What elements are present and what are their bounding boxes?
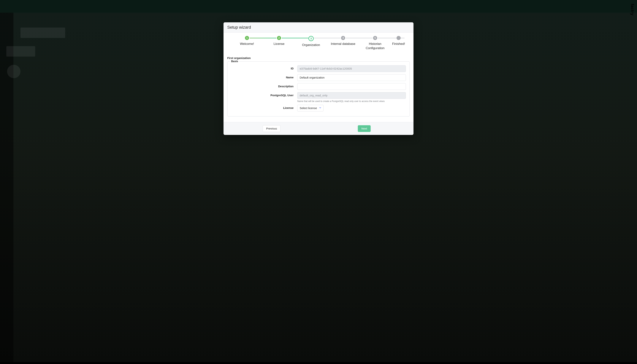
description-field[interactable] (297, 83, 406, 90)
wizard-stepper: 1 Welcome! 2 License 3 Organization 4 In… (223, 32, 414, 52)
step-label: Historian Configuration (366, 42, 385, 50)
modal-footer: Previous Next (223, 122, 414, 135)
row-license: License Select license (231, 105, 406, 112)
step-label: Finished! (392, 42, 405, 46)
top-header: factry (0, 0, 637, 13)
step-label: License (274, 42, 285, 46)
name-field[interactable] (297, 74, 406, 81)
next-button[interactable]: Next (358, 125, 371, 132)
skeleton-avatar (7, 65, 21, 78)
step-number: 4 (341, 36, 345, 40)
fieldset-legend: Basis (230, 60, 239, 63)
id-field (297, 65, 406, 72)
step-number (397, 36, 401, 40)
step-internal-database: 4 Internal database (327, 36, 359, 46)
step-connector (314, 38, 341, 38)
step-number: 3 (308, 36, 314, 41)
pg-user-help-text: Name that will be used to create a Postg… (297, 100, 406, 102)
row-description: Description (231, 83, 406, 90)
modal-body: 1 Welcome! 2 License 3 Organization 4 In… (223, 32, 414, 122)
modal-title: Setup wizard (227, 25, 410, 30)
step-connector (250, 38, 276, 38)
step-number: 1 (245, 36, 249, 40)
modal-header: Setup wizard (223, 22, 414, 32)
chevron-down-icon (319, 106, 322, 110)
label-name: Name (231, 74, 297, 79)
license-select[interactable]: Select license (297, 105, 324, 112)
step-label: Organization (302, 43, 320, 47)
step-label: Welcome! (240, 42, 254, 46)
brand-logo: factry (630, 4, 635, 16)
label-license: License (231, 105, 297, 110)
step-connector (346, 38, 373, 38)
label-pg-user: PostgreSQL User (231, 92, 297, 97)
step-finished: Finished! (391, 36, 406, 46)
license-selected-value: Select license (300, 106, 317, 110)
step-number: 5 (373, 36, 377, 40)
skeleton-box (21, 28, 65, 38)
step-number: 2 (277, 36, 281, 40)
basis-fieldset: Basis ID Name Description (227, 62, 410, 116)
step-license: 2 License (263, 36, 295, 46)
step-welcome: 1 Welcome! (231, 36, 263, 46)
skeleton-box (6, 46, 35, 56)
bottom-border (0, 362, 637, 364)
setup-wizard-modal: Setup wizard 1 Welcome! 2 License 3 Orga… (223, 22, 414, 135)
section-title: First organization (223, 52, 414, 62)
previous-button[interactable]: Previous (263, 125, 280, 132)
label-id: ID (231, 65, 297, 70)
step-label: Internal database (331, 42, 355, 46)
row-id: ID (231, 65, 406, 72)
row-pg-user: PostgreSQL User Name that will be used t… (231, 92, 406, 102)
label-description: Description (231, 83, 297, 88)
step-connector (282, 38, 308, 38)
row-name: Name (231, 74, 406, 81)
postgresql-user-field (297, 92, 406, 99)
